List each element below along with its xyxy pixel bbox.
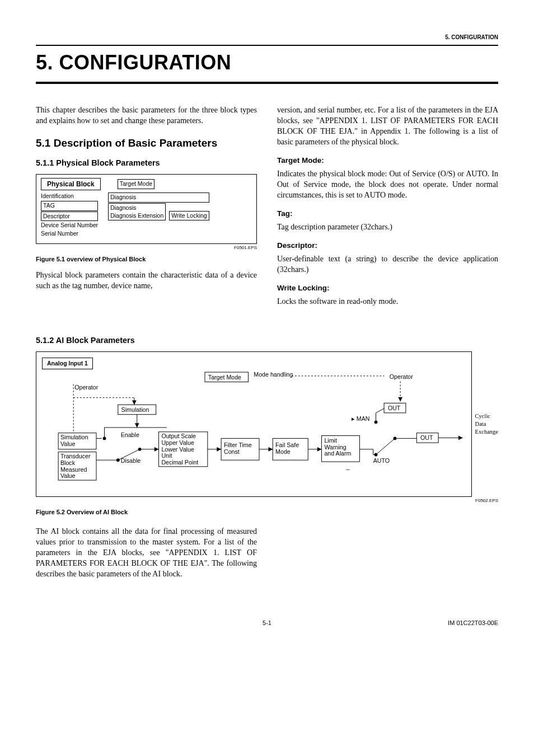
physical-block-para-right: version, and serial number, etc. For a l…: [277, 105, 498, 148]
figure-5-2-source: F0502.EPS: [36, 498, 498, 504]
arrow-down-icon: [132, 400, 137, 405]
svg-line-35: [376, 408, 385, 413]
write-locking-heading: Write Locking:: [277, 283, 498, 293]
output-scale-l2: Upper Value: [161, 439, 194, 446]
descriptor-box: Descriptor: [41, 212, 98, 222]
chapter-title: 5. CONFIGURATION: [36, 45, 498, 84]
page-footer: 5-1 IM 01C22T03-00E: [36, 619, 498, 627]
arrow-right-icon: [458, 435, 463, 440]
arrow-down-icon: [398, 397, 402, 401]
simulation-value-box-l1: Simulation: [60, 434, 88, 440]
failsafe-box-l2: Mode: [275, 448, 291, 454]
simulation-box: Simulation: [121, 406, 149, 412]
svg-line-30: [376, 438, 395, 454]
enable-label: Enable: [121, 431, 139, 438]
target-mode-para: Indicates the physical block mode: Out o…: [277, 169, 498, 201]
section-5-1-2-heading: 5.1.2 AI Block Parameters: [36, 335, 498, 346]
tag-box: TAG: [41, 201, 98, 211]
physical-block-para-left: Physical block parameters contain the ch…: [36, 270, 257, 292]
figure-5-1-caption: Figure 5.1 overview of Physical Block: [36, 255, 257, 264]
limit-box-l1: Limit: [324, 437, 337, 444]
man-label: ▸ MAN: [352, 415, 370, 422]
operator-right-label: Operator: [390, 373, 414, 379]
output-scale-l1: Output Scale: [161, 433, 196, 439]
transducer-box-l4: Value: [60, 472, 76, 479]
figure-5-2-wrapper: Analog Input 1 Operator Target Mode Mode…: [36, 351, 498, 496]
target-mode-box: Target Mode: [118, 179, 154, 189]
figure-5-1-diagram: Physical Block Target Mode Identificatio…: [36, 174, 257, 243]
tag-heading: Tag:: [277, 209, 498, 219]
descriptor-para: User-definable text (a string) to descri…: [277, 254, 498, 275]
simulation-value-box-l2: Value: [60, 440, 76, 447]
figure-5-2-diagram: Analog Input 1 Operator Target Mode Mode…: [36, 351, 472, 496]
section-5-1-heading: 5.1 Description of Basic Parameters: [36, 137, 257, 150]
target-mode-box2: Target Mode: [208, 373, 241, 380]
dash-label: –: [346, 464, 350, 472]
diagnosis-box: Diagnosis: [108, 192, 209, 203]
arrow-right-icon: [317, 447, 322, 451]
arrow-right-icon: [268, 447, 273, 451]
out-box-right: OUT: [420, 434, 433, 441]
top-right-section-label: 5. CONFIGURATION: [36, 34, 498, 41]
operator-top-label: Operator: [74, 384, 99, 391]
page-number: 5-1: [263, 619, 271, 627]
identification-label: Identification: [41, 192, 98, 200]
mode-handling-label: Mode handling: [254, 370, 293, 377]
disable-label: Disable: [121, 457, 141, 464]
transducer-box-l3: Measured: [60, 466, 87, 472]
write-locking-para: Locks the software in read-only mode.: [277, 297, 498, 307]
output-scale-l4: Unit: [161, 452, 172, 459]
intro-two-col: This chapter describes the basic paramet…: [36, 102, 498, 313]
serial-number-label: Serial Number: [41, 230, 98, 238]
transducer-box-l1: Transducer: [60, 453, 91, 459]
limit-box-l2: Warning: [324, 443, 346, 450]
transducer-box-l2: Block: [60, 459, 76, 466]
target-mode-heading: Target Mode:: [277, 156, 498, 166]
device-serial-number-label: Device Serial Number: [41, 222, 98, 229]
section-5-1-1-heading: 5.1.1 Physical Block Parameters: [36, 158, 257, 169]
doc-id: IM 01C22T03-00E: [448, 619, 498, 627]
analog-input-1-title: Analog Input 1: [42, 358, 93, 369]
filter-box-l2: Const: [224, 448, 240, 454]
output-scale-l5: Decimal Point: [161, 458, 198, 465]
ai-block-para: The AI block contains all the data for f…: [36, 527, 257, 579]
out-box-top: OUT: [388, 404, 401, 411]
filter-box-l1: Filter Time: [224, 441, 252, 448]
figure-5-1-source: F0501.EPS: [36, 245, 257, 251]
figure-5-2-caption: Figure 5.2 Overview of AI Block: [36, 508, 498, 516]
write-locking-box: Write Locking: [169, 211, 209, 221]
descriptor-heading: Descriptor:: [277, 241, 498, 251]
limit-box-l3: and Alarm: [324, 450, 351, 457]
tag-para: Tag description parameter (32chars.): [277, 222, 498, 233]
auto-label: AUTO: [373, 457, 390, 464]
failsafe-box-l1: Fail Safe: [275, 441, 299, 448]
diagnosis-extension-box: Diagnosis Diagnosis Extension: [108, 203, 166, 220]
arrow-right-icon: [154, 447, 159, 451]
arrow-down-icon: [135, 423, 139, 428]
cyclic-data-exchange-label: CyclicDataExchange: [475, 412, 498, 436]
output-scale-l3: Lower Value: [161, 445, 194, 452]
arrow-right-icon: [217, 447, 221, 451]
physical-block-title: Physical Block: [41, 178, 101, 190]
intro-paragraph: This chapter describes the basic paramet…: [36, 105, 257, 126]
